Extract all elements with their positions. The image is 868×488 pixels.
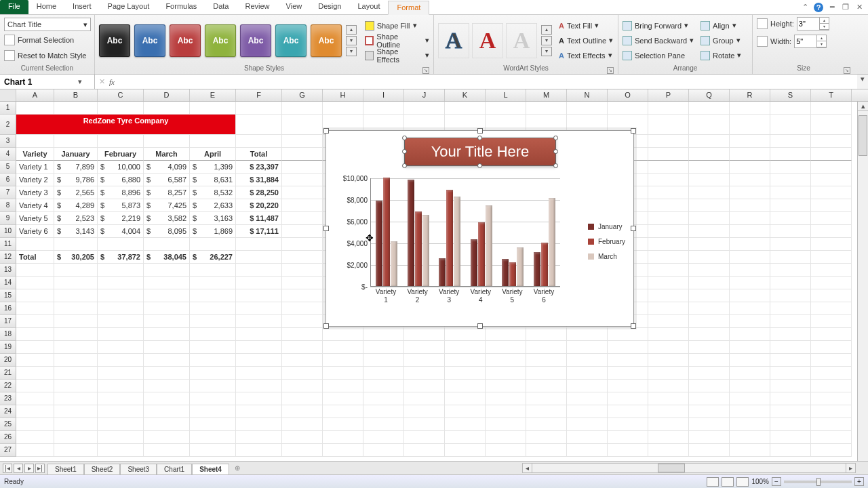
cell[interactable] <box>648 264 689 277</box>
cell[interactable] <box>770 405 811 418</box>
bring-forward-button[interactable]: Bring Forward ▾ <box>623 20 694 32</box>
cell[interactable] <box>608 444 648 457</box>
row-header[interactable]: 24 <box>0 405 16 418</box>
cell[interactable] <box>811 328 852 341</box>
cell[interactable] <box>770 212 811 225</box>
cell[interactable] <box>98 289 144 302</box>
cell[interactable] <box>608 328 648 341</box>
cell[interactable] <box>770 315 811 328</box>
cell[interactable] <box>98 238 144 251</box>
cell[interactable] <box>811 174 852 186</box>
cell[interactable] <box>567 328 608 341</box>
cell[interactable] <box>54 392 98 405</box>
cell[interactable] <box>282 225 323 238</box>
cell[interactable] <box>526 380 567 392</box>
page-layout-view-button[interactable] <box>722 477 734 487</box>
cell[interactable] <box>98 431 144 444</box>
column-header[interactable]: J <box>404 89 445 101</box>
cell[interactable] <box>98 102 144 115</box>
cell[interactable] <box>98 392 144 405</box>
cell[interactable] <box>770 135 811 148</box>
cell[interactable] <box>567 367 608 380</box>
cell[interactable] <box>730 115 770 135</box>
cell[interactable] <box>363 444 404 457</box>
cell[interactable] <box>730 277 770 289</box>
cell[interactable] <box>144 302 190 315</box>
cell[interactable] <box>190 444 236 457</box>
cell[interactable] <box>689 161 730 174</box>
cell[interactable] <box>730 186 770 199</box>
column-header[interactable]: I <box>363 89 404 101</box>
column-header[interactable]: P <box>648 89 689 101</box>
tab-layout[interactable]: Layout <box>349 0 388 14</box>
cell[interactable]: $38,045 <box>144 251 190 264</box>
cell[interactable] <box>811 264 852 277</box>
cell[interactable] <box>811 212 852 225</box>
cell[interactable] <box>282 302 323 315</box>
cell[interactable] <box>282 135 323 148</box>
row-header[interactable]: 1 <box>0 102 16 115</box>
row-header[interactable]: 9 <box>0 212 16 225</box>
cell[interactable] <box>404 341 445 354</box>
column-header[interactable]: M <box>526 89 567 101</box>
cell[interactable] <box>648 380 689 392</box>
column-header[interactable]: N <box>567 89 608 101</box>
cell[interactable] <box>648 251 689 264</box>
cell[interactable] <box>526 392 567 405</box>
cell[interactable] <box>323 418 363 431</box>
page-break-view-button[interactable] <box>736 477 749 487</box>
cell[interactable] <box>16 392 54 405</box>
bar[interactable] <box>549 198 555 286</box>
cell[interactable] <box>648 161 689 174</box>
window-close-icon[interactable]: ✕ <box>854 3 864 12</box>
cell[interactable] <box>811 431 852 444</box>
cell[interactable] <box>190 328 236 341</box>
cell[interactable] <box>282 405 323 418</box>
tab-format[interactable]: Format <box>388 1 429 15</box>
zoom-out-button[interactable]: − <box>772 477 781 486</box>
cell[interactable] <box>323 367 363 380</box>
cell[interactable]: $6,880 <box>98 174 144 186</box>
cell[interactable]: Variety 6 <box>16 225 54 238</box>
cell[interactable] <box>811 277 852 289</box>
legend-item[interactable]: January <box>588 219 625 234</box>
expand-formula-bar[interactable]: ▾ <box>857 75 868 89</box>
cell[interactable]: Total <box>236 148 282 161</box>
chart-legend[interactable]: JanuaryFebruaryMarch <box>588 219 625 264</box>
cell[interactable] <box>16 418 54 431</box>
tab-data[interactable]: Data <box>205 0 237 14</box>
cell[interactable] <box>567 392 608 405</box>
cell[interactable] <box>689 418 730 431</box>
cell[interactable] <box>770 186 811 199</box>
cell[interactable] <box>770 431 811 444</box>
cell[interactable] <box>282 264 323 277</box>
cell[interactable] <box>323 405 363 418</box>
cell[interactable] <box>282 431 323 444</box>
cell[interactable] <box>689 444 730 457</box>
cell[interactable] <box>16 102 54 115</box>
cell[interactable] <box>811 367 852 380</box>
cell[interactable] <box>730 380 770 392</box>
cell[interactable] <box>98 315 144 328</box>
sheet-nav-first[interactable]: |◂ <box>3 464 12 473</box>
cell[interactable]: February <box>98 148 144 161</box>
cell[interactable] <box>608 418 648 431</box>
cell[interactable]: $3,143 <box>54 225 98 238</box>
row-header[interactable]: 16 <box>0 302 16 315</box>
cell[interactable] <box>236 367 282 380</box>
cell[interactable] <box>236 418 282 431</box>
cell[interactable] <box>323 102 363 115</box>
cell[interactable] <box>190 354 236 367</box>
cell[interactable] <box>54 367 98 380</box>
cell[interactable] <box>689 341 730 354</box>
sheet-nav-last[interactable]: ▸| <box>35 464 45 473</box>
height-spinner[interactable]: ▴▾ <box>797 17 829 30</box>
cell[interactable] <box>282 354 323 367</box>
column-header[interactable]: K <box>445 89 486 101</box>
cell[interactable] <box>445 392 486 405</box>
cell[interactable] <box>236 392 282 405</box>
cell[interactable] <box>236 115 282 135</box>
cell[interactable] <box>648 186 689 199</box>
help-icon[interactable]: ? <box>814 3 823 12</box>
row-header[interactable]: 4 <box>0 148 16 161</box>
